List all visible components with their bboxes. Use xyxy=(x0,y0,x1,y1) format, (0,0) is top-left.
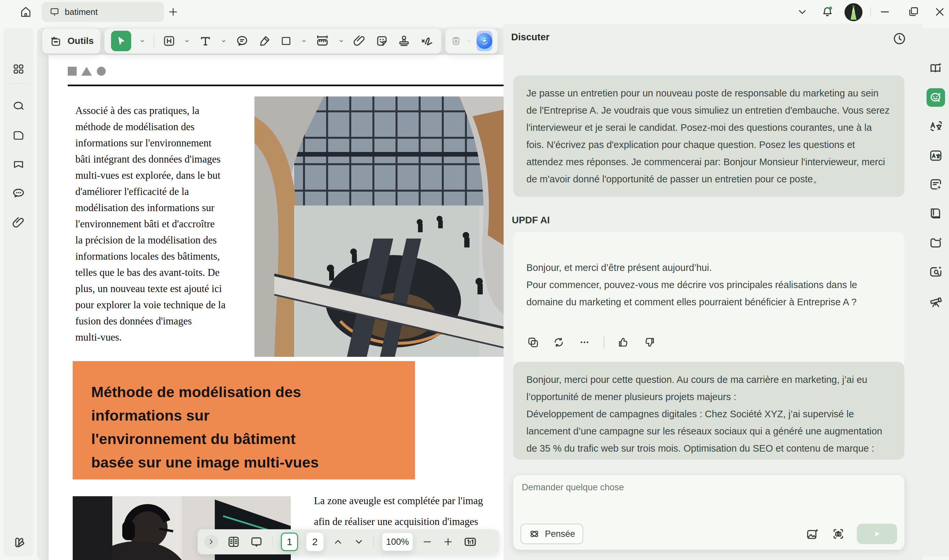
chat-input-placeholder[interactable]: Demander quelque chose xyxy=(522,482,624,492)
book-icon xyxy=(928,206,943,221)
left-sidebar xyxy=(3,28,34,557)
actions-divider xyxy=(604,336,604,349)
copy-icon[interactable] xyxy=(526,336,540,349)
text-tool-dropdown[interactable] xyxy=(220,38,227,44)
updf-app-window: batiment xyxy=(0,0,949,560)
thinking-mode-label: Pensée xyxy=(545,529,575,539)
explore-button[interactable] xyxy=(928,294,943,309)
signature-tool-icon[interactable] xyxy=(419,33,435,49)
new-tab-button[interactable] xyxy=(167,6,179,18)
sidebar-search-button[interactable] xyxy=(11,99,26,114)
ai-files-button[interactable] xyxy=(928,235,943,251)
page-icon xyxy=(12,129,25,142)
scan-tool-icon[interactable] xyxy=(451,33,461,49)
page-navigation-bar: 1 2 100% xyxy=(198,529,499,554)
ai-assistant-button[interactable] xyxy=(477,31,492,51)
chat-message-user-2[interactable]: Bonjour, merci pour cette question. Au c… xyxy=(513,362,904,460)
translate-icon xyxy=(928,119,943,134)
sidebar-thumbnails-button[interactable] xyxy=(11,62,26,76)
select-tool-dropdown[interactable] xyxy=(139,38,146,44)
notifications-button[interactable] xyxy=(820,5,835,19)
avatar[interactable] xyxy=(844,3,863,21)
send-button[interactable] xyxy=(857,524,897,544)
zoom-in-button[interactable] xyxy=(442,535,454,548)
measure-tool-icon[interactable] xyxy=(315,33,330,49)
ai-search-button[interactable] xyxy=(928,264,943,279)
translate-button[interactable] xyxy=(928,119,943,134)
more-actions-icon[interactable] xyxy=(578,336,591,349)
select-tool-button[interactable] xyxy=(111,31,131,51)
minimize-button[interactable] xyxy=(878,5,892,19)
highlight-block[interactable]: Méthode de modélisation des informations… xyxy=(73,361,415,479)
restore-icon xyxy=(907,5,920,18)
shape-tool-dropdown[interactable] xyxy=(301,38,307,44)
regenerate-icon[interactable] xyxy=(552,336,565,349)
screenshot-icon[interactable] xyxy=(831,527,846,541)
zoom-out-button[interactable] xyxy=(421,535,434,548)
thinking-mode-button[interactable]: Pensée xyxy=(520,524,583,544)
thumbs-down-icon[interactable] xyxy=(643,336,656,349)
attach-tool-icon[interactable] xyxy=(352,34,366,48)
pen-tool-icon[interactable] xyxy=(257,34,272,48)
sidebar-comments-button[interactable] xyxy=(11,186,26,200)
page-shapes-row xyxy=(68,67,106,77)
sidebar-pages-button[interactable] xyxy=(11,128,26,143)
chat-message-user-1[interactable]: Je passe un entretien pour un nouveau po… xyxy=(513,75,904,197)
assistant-message-text: Bonjour, et merci d’être présent aujourd… xyxy=(526,259,891,311)
search-box-sparkle-icon xyxy=(928,264,943,279)
previous-page-button[interactable] xyxy=(332,535,344,548)
statusbar-divider xyxy=(272,536,272,548)
restore-button[interactable] xyxy=(906,5,921,19)
shape-tool-icon[interactable] xyxy=(280,34,292,48)
next-page-button[interactable] xyxy=(352,535,365,548)
heading-tool-icon[interactable] xyxy=(162,34,176,48)
heading-tool-dropdown[interactable] xyxy=(184,38,190,44)
annotation-toolbar xyxy=(105,28,441,54)
text-tool-icon[interactable] xyxy=(198,34,212,48)
measure-tool-dropdown[interactable] xyxy=(338,38,345,44)
chat-history-button[interactable] xyxy=(892,31,907,46)
sidebar-swatches-button[interactable] xyxy=(11,535,26,550)
building-photo-image xyxy=(254,97,504,357)
plus-icon xyxy=(167,6,179,18)
presentation-button[interactable] xyxy=(249,535,264,549)
page-button-current[interactable]: 1 xyxy=(281,532,298,551)
chevron-right-icon xyxy=(207,537,215,546)
collapse-bar-button[interactable] xyxy=(204,535,218,549)
tab-list-dropdown[interactable] xyxy=(795,5,809,19)
body-paragraph: Associé à des cas pratiques, la méthode … xyxy=(75,102,254,345)
chat-message-assistant[interactable]: Bonjour, et merci d’être présent aujourd… xyxy=(513,232,904,376)
ai-summary-button[interactable] xyxy=(928,61,943,76)
chat-input-card[interactable]: Demander quelque chose Pensée xyxy=(513,475,904,550)
bell-icon xyxy=(820,5,834,19)
outils-button[interactable]: Outils xyxy=(42,28,100,54)
thumbs-up-icon[interactable] xyxy=(617,336,630,349)
scan-tool-dropdown[interactable] xyxy=(466,38,471,44)
insert-image-icon[interactable] xyxy=(805,527,820,541)
tab-title: batiment xyxy=(65,7,98,17)
right-sidebar xyxy=(923,28,949,557)
home-button[interactable] xyxy=(15,3,36,21)
page-layout-button[interactable] xyxy=(226,535,241,549)
sidebar-divider xyxy=(9,83,28,84)
atom-icon xyxy=(528,528,540,540)
zoom-level-box[interactable]: 100% xyxy=(382,533,413,551)
ai-assistant-icon xyxy=(477,33,492,49)
toolbar-divider xyxy=(154,34,154,48)
comment-tool-icon[interactable] xyxy=(235,34,249,48)
sidebar-bookmarks-button[interactable] xyxy=(11,157,26,172)
page-button-next[interactable]: 2 xyxy=(306,532,323,551)
close-button[interactable] xyxy=(932,5,947,19)
document-tab[interactable]: batiment xyxy=(42,2,164,22)
translate-box-icon xyxy=(928,148,943,163)
stamp-tool-icon[interactable] xyxy=(397,34,411,48)
actual-size-button[interactable] xyxy=(463,534,478,549)
reader-button[interactable] xyxy=(928,206,943,221)
translate-page-button[interactable] xyxy=(928,148,943,163)
ai-chat-button-active[interactable] xyxy=(926,88,945,107)
sidebar-attachments-button[interactable] xyxy=(11,215,26,230)
ai-notes-button[interactable] xyxy=(928,177,943,192)
book-sparkle-icon xyxy=(928,61,943,76)
pdf-page[interactable]: Associé à des cas pratiques, la méthode … xyxy=(49,55,504,560)
sticker-tool-icon[interactable] xyxy=(375,34,389,48)
